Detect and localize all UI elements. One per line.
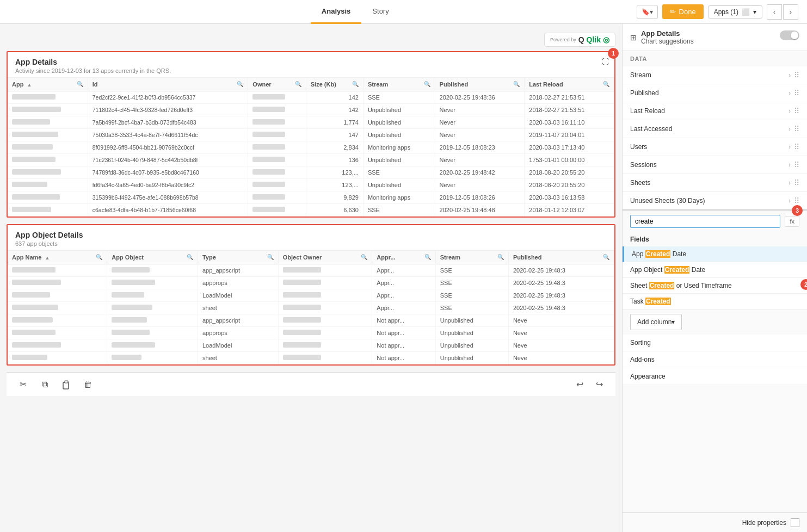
qlik-circle-icon: ◎ <box>603 35 609 44</box>
addons-section[interactable]: Add-ons <box>623 351 807 368</box>
arrow-right-icon6: › <box>788 161 791 169</box>
obj-table-header: App Name ▲🔍 App Object 🔍 Type 🔍 Object O… <box>8 251 614 264</box>
field-app-created-date[interactable]: App Created Date <box>623 246 807 262</box>
delete-icon[interactable]: 🗑 <box>81 377 96 392</box>
col-stream[interactable]: Stream 🔍 <box>363 78 435 91</box>
field-app-object-created-date[interactable]: App Object Created Date <box>623 262 807 278</box>
svg-rect-0 <box>63 382 69 389</box>
add-column-button[interactable]: Add column ▾ <box>630 314 682 330</box>
appearance-section[interactable]: Appearance <box>623 368 807 385</box>
table-row: 75030a38-3533-4c4a-8e7f-74d6611f54dc 147… <box>8 129 614 141</box>
dropdown-icon: ▾ <box>753 8 756 16</box>
col-owner[interactable]: Owner 🔍 <box>248 78 306 91</box>
content-area: Powered by Q Qlik ◎ 1 ⛶ App Details Acti… <box>0 24 622 532</box>
paste-icon[interactable] <box>59 377 74 392</box>
copy-icon[interactable]: ⧉ <box>37 377 52 392</box>
app-object-details-panel: App Object Details 637 app objects App N… <box>7 224 615 366</box>
next-button[interactable]: › <box>783 4 798 20</box>
col-stream2[interactable]: Stream 🔍 <box>435 251 508 264</box>
table-row: LoadModel Appr... SSE 2020-02-25 19:48:3 <box>8 289 614 302</box>
fields-section-title: Fields <box>623 232 807 246</box>
col-id[interactable]: Id 🔍 <box>88 78 248 91</box>
col-app-object[interactable]: App Object 🔍 <box>107 251 198 264</box>
app-object-table: App Name ▲🔍 App Object 🔍 Type 🔍 Object O… <box>8 251 614 364</box>
grid-dots-icon[interactable]: ⠿ <box>794 71 799 79</box>
search-container: 3 fx <box>623 211 807 232</box>
right-panel-subtitle: Chart suggestions <box>641 38 694 45</box>
chart-suggestions-toggle[interactable] <box>780 30 799 40</box>
grid-dots-icon8[interactable]: ⠿ <box>794 196 799 205</box>
app-object-details-header: App Object Details 637 app objects <box>8 225 614 251</box>
grid-dots-icon6[interactable]: ⠿ <box>794 160 799 169</box>
done-button[interactable]: ✏ Done <box>662 4 704 19</box>
qlik-logo: Powered by Q Qlik ◎ <box>544 33 615 47</box>
dropdown-arrow-icon: ▾ <box>672 318 675 326</box>
col-type[interactable]: Type 🔍 <box>198 251 278 264</box>
col-app-name[interactable]: App Name ▲🔍 <box>8 251 107 264</box>
table-row: c6acfe83-4dfa-4b48-b1b7-71856ce60f68 6,6… <box>8 204 614 216</box>
nav-tabs: Analysis Story <box>311 0 400 24</box>
qlik-logo-bar: Powered by Q Qlik ◎ <box>7 30 615 49</box>
main-layout: Powered by Q Qlik ◎ 1 ⛶ App Details Acti… <box>0 24 807 532</box>
bottom-sections: Sorting Add-ons Appearance <box>623 335 807 385</box>
undo-icon[interactable]: ↩ <box>572 377 587 392</box>
table-row: app_appscript Appr... SSE 2020-02-25 19:… <box>8 264 614 277</box>
grid-view-icon: ⊞ <box>630 33 637 42</box>
grid-dots-icon7[interactable]: ⠿ <box>794 178 799 187</box>
table-row: LoadModel Not appr... Unpublished Neve <box>8 339 614 352</box>
data-row-stream[interactable]: Stream › ⠿ <box>623 66 807 84</box>
data-row-sheets[interactable]: Sheets › ⠿ <box>623 174 807 192</box>
table-row: 71c2361f-024b-4079-8487-5c442b50db8f 136… <box>8 154 614 166</box>
table-row: 74789fd8-36dc-4c07-b935-e5bd8c467160 123… <box>8 166 614 179</box>
badge-1: 1 <box>608 48 619 59</box>
app-details-table: App ▲🔍 Id 🔍 Owner 🔍 Size (Kb) 🔍 Stream 🔍… <box>8 78 614 216</box>
tab-analysis[interactable]: Analysis <box>311 0 361 24</box>
hide-properties-label[interactable]: Hide properties <box>742 519 786 527</box>
grid-dots-icon5[interactable]: ⠿ <box>794 143 799 151</box>
app-object-table-container[interactable]: App Name ▲🔍 App Object 🔍 Type 🔍 Object O… <box>8 251 614 364</box>
col-published2[interactable]: Published 🔍 <box>508 251 614 264</box>
data-row-unused-sheets[interactable]: Unused Sheets (30 Days) › ⠿ <box>623 192 807 211</box>
toolbar-right: ↩ ↪ <box>572 377 607 392</box>
expand-icon[interactable]: ⛶ <box>602 58 609 66</box>
edit-icon: ✏ <box>670 8 676 16</box>
col-app[interactable]: App ▲🔍 <box>8 78 88 91</box>
fx-button[interactable]: fx <box>785 216 799 227</box>
search-input[interactable] <box>635 218 775 225</box>
hide-properties-checkbox[interactable] <box>791 518 799 527</box>
redo-icon[interactable]: ↪ <box>592 377 607 392</box>
app-details-table-container[interactable]: App ▲🔍 Id 🔍 Owner 🔍 Size (Kb) 🔍 Stream 🔍… <box>8 78 614 216</box>
col-published[interactable]: Published 🔍 <box>435 78 525 91</box>
col-approved[interactable]: Appr... 🔍 <box>372 251 435 264</box>
data-row-last-reload[interactable]: Last Reload › ⠿ <box>623 102 807 120</box>
sorting-section[interactable]: Sorting <box>623 335 807 351</box>
grid-dots-icon4[interactable]: ⠿ <box>794 125 799 133</box>
arrow-right-icon: › <box>788 71 791 79</box>
data-rows-container: Stream › ⠿ Published › ⠿ Last Reload › ⠿ <box>623 66 807 211</box>
bookmark-button[interactable]: 🔖▾ <box>637 5 658 19</box>
arrow-right-icon4: › <box>788 125 791 133</box>
table-row: 711802c4-cf45-4fc3-9328-fed726d0eff3 142… <box>8 104 614 116</box>
arrow-right-icon2: › <box>788 89 791 97</box>
hide-properties-bar: Hide properties <box>623 512 807 532</box>
arrow-right-icon8: › <box>788 197 791 205</box>
data-row-last-accessed[interactable]: Last Accessed › ⠿ <box>623 120 807 138</box>
search-input-wrapper <box>630 215 780 228</box>
col-object-owner[interactable]: Object Owner 🔍 <box>278 251 372 264</box>
data-row-sessions[interactable]: Sessions › ⠿ <box>623 156 807 174</box>
grid-dots-icon2[interactable]: ⠿ <box>794 89 799 97</box>
grid-dots-icon3[interactable]: ⠿ <box>794 107 799 115</box>
field-sheet-created[interactable]: Sheet Created or Used Timeframe <box>623 278 807 294</box>
tab-story[interactable]: Story <box>361 0 399 24</box>
col-last-reload[interactable]: Last Reload 🔍 <box>525 78 614 91</box>
prev-button[interactable]: ‹ <box>767 4 782 20</box>
cut-icon[interactable]: ✂ <box>15 377 30 392</box>
arrow-right-icon7: › <box>788 179 791 187</box>
field-task-created[interactable]: Task Created <box>623 294 807 310</box>
data-row-users[interactable]: Users › ⠿ <box>623 138 807 156</box>
data-row-published[interactable]: Published › ⠿ <box>623 84 807 102</box>
col-size[interactable]: Size (Kb) 🔍 <box>306 78 363 91</box>
data-section-label: Data <box>623 51 807 66</box>
app-object-details-subtitle: 637 app objects <box>15 240 607 247</box>
apps-selector[interactable]: Apps (1) ⬜ ▾ <box>708 5 762 18</box>
